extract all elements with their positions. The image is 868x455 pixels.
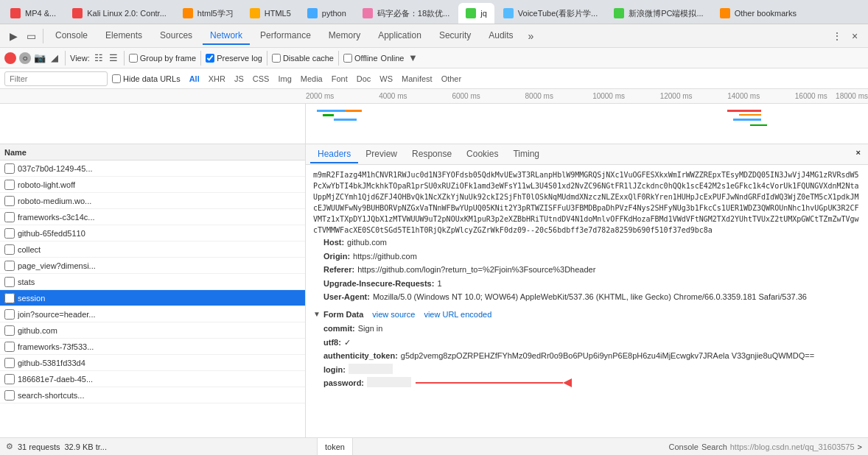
filter-manifest[interactable]: Manifest [397, 73, 437, 85]
req-checkbox-12[interactable] [4, 342, 15, 352]
request-item-14[interactable]: 186681e7-daeb-45... [0, 371, 305, 387]
request-item-2[interactable]: roboto-light.woff [0, 177, 305, 193]
group-by-frame-checkbox[interactable]: Group by frame [129, 54, 196, 63]
view-url-encoded-link[interactable]: view URL encoded [424, 308, 491, 321]
preserve-log-checkbox[interactable]: Preserve log [206, 54, 262, 63]
disable-cache-checkbox[interactable]: Disable cache [272, 54, 334, 63]
camera-icon[interactable]: 📷 [34, 52, 46, 64]
filter-other[interactable]: Other [437, 73, 466, 85]
more-icon[interactable]: > [858, 442, 862, 451]
request-item-15[interactable]: search-shortcuts... [0, 387, 305, 403]
filter-img[interactable]: Img [273, 73, 295, 85]
tab-memory[interactable]: Memory [321, 27, 368, 45]
filter-media[interactable]: Media [296, 73, 327, 85]
req-checkbox-5[interactable] [4, 228, 15, 239]
req-checkbox-8[interactable] [4, 277, 15, 287]
token-tab[interactable]: token [317, 437, 353, 455]
filter-doc[interactable]: Doc [352, 73, 376, 85]
disable-cache-input[interactable] [272, 54, 281, 63]
req-name-4: frameworks-c3c14c... [18, 213, 301, 222]
tab-label-html5: html5学习 [197, 8, 234, 19]
req-checkbox-14[interactable] [4, 374, 15, 384]
detail-tab-headers[interactable]: Headers [310, 146, 358, 163]
inspect-icon[interactable]: ▶ [6, 29, 21, 43]
tab-weibo[interactable]: 新浪微博PC端模拟... [606, 3, 710, 24]
auth-token-key: authenticity_token: [323, 350, 398, 362]
filter-xhr[interactable]: XHR [204, 73, 230, 85]
request-item-13[interactable]: github-5381fd33d4 [0, 355, 305, 371]
req-checkbox-6[interactable] [4, 244, 15, 255]
req-checkbox-1[interactable] [4, 163, 15, 174]
request-item-5[interactable]: github-65fedd5110 [0, 225, 305, 241]
tab-voicetube[interactable]: VoiceTube(看影片学... [496, 3, 605, 24]
filter-font[interactable]: Font [327, 73, 352, 85]
devtools-settings-icon[interactable]: ⚙ [6, 442, 13, 451]
req-checkbox-2[interactable] [4, 180, 15, 190]
detail-tab-timing[interactable]: Timing [505, 146, 547, 163]
close-devtools-icon[interactable]: × [847, 29, 862, 43]
request-item-12[interactable]: frameworks-73f533... [0, 339, 305, 355]
tab-python[interactable]: python [300, 3, 354, 24]
search-tab-label[interactable]: Search [701, 442, 727, 451]
request-item-6[interactable]: collect [0, 241, 305, 258]
request-item-7[interactable]: page_view?dimensi... [0, 258, 305, 274]
dropdown-icon[interactable]: ▼ [407, 52, 419, 64]
tab-mazi[interactable]: 码字必备：18款优... [355, 3, 457, 24]
req-checkbox-13[interactable] [4, 358, 15, 368]
console-tab-label[interactable]: Console [669, 442, 699, 451]
hide-data-urls-input[interactable] [112, 74, 121, 83]
tab-application[interactable]: Application [371, 27, 429, 45]
password-row: password: [313, 376, 861, 390]
request-item-session[interactable]: session [0, 290, 305, 306]
tab-html5[interactable]: html5学习 [175, 3, 241, 24]
tab-html5-2[interactable]: HTML5 [242, 3, 298, 24]
filter-icon[interactable]: ◢ [49, 52, 60, 64]
tab-performance[interactable]: Performance [253, 27, 318, 45]
req-checkbox-4[interactable] [4, 212, 15, 222]
more-tabs-icon[interactable]: » [524, 27, 539, 45]
tab-console[interactable]: Console [48, 27, 95, 45]
req-checkbox-15[interactable] [4, 390, 15, 401]
settings-icon[interactable]: ⋮ [830, 29, 844, 43]
filter-input[interactable] [4, 71, 108, 86]
req-checkbox-10[interactable] [4, 309, 15, 320]
tab-kali[interactable]: Kali Linux 2.0: Contr... [65, 3, 174, 24]
request-item-8[interactable]: stats [0, 274, 305, 290]
req-checkbox-11[interactable] [4, 325, 15, 336]
detail-tab-cookies[interactable]: Cookies [459, 146, 505, 163]
request-item-1[interactable]: 037c7b0d-1249-45... [0, 161, 305, 177]
footer-url: https://blog.csdn.net/qq_31603575 [730, 442, 855, 451]
tab-mp4[interactable]: MP4 &... [3, 3, 63, 24]
filter-all[interactable]: All [185, 73, 204, 85]
offline-checkbox[interactable]: Offline [343, 54, 378, 63]
tab-elements[interactable]: Elements [98, 27, 150, 45]
tab-bookmarks[interactable]: Other bookmarks [713, 3, 804, 24]
preserve-log-input[interactable] [206, 54, 214, 63]
request-item-11[interactable]: github.com [0, 322, 305, 339]
filter-js[interactable]: JS [230, 73, 248, 85]
tab-network[interactable]: Network [203, 27, 250, 45]
req-checkbox-session[interactable] [4, 293, 15, 303]
record-button[interactable] [4, 52, 16, 64]
req-checkbox-7[interactable] [4, 261, 15, 271]
tab-security[interactable]: Security [432, 27, 478, 45]
tab-jq[interactable]: jq [458, 3, 494, 24]
tab-audits[interactable]: Audits [481, 27, 520, 45]
offline-input[interactable] [343, 54, 352, 63]
waterfall-view-icon[interactable]: ☰ [108, 52, 119, 64]
req-checkbox-3[interactable] [4, 196, 15, 206]
detail-tab-preview[interactable]: Preview [358, 146, 405, 163]
request-item-10[interactable]: join?source=header... [0, 306, 305, 322]
filter-css[interactable]: CSS [248, 73, 274, 85]
device-icon[interactable]: ▭ [24, 29, 38, 43]
detail-tab-response[interactable]: Response [405, 146, 459, 163]
group-by-frame-input[interactable] [129, 54, 138, 63]
filter-ws[interactable]: WS [375, 73, 397, 85]
view-source-link[interactable]: view source [372, 308, 415, 321]
tab-sources[interactable]: Sources [153, 27, 200, 45]
clear-button[interactable]: ○ [19, 52, 31, 64]
hide-data-urls-checkbox[interactable]: Hide data URLs [112, 74, 181, 83]
request-item-3[interactable]: roboto-medium.wo... [0, 193, 305, 209]
list-view-icon[interactable]: ☷ [93, 52, 105, 64]
request-item-4[interactable]: frameworks-c3c14c... [0, 209, 305, 225]
